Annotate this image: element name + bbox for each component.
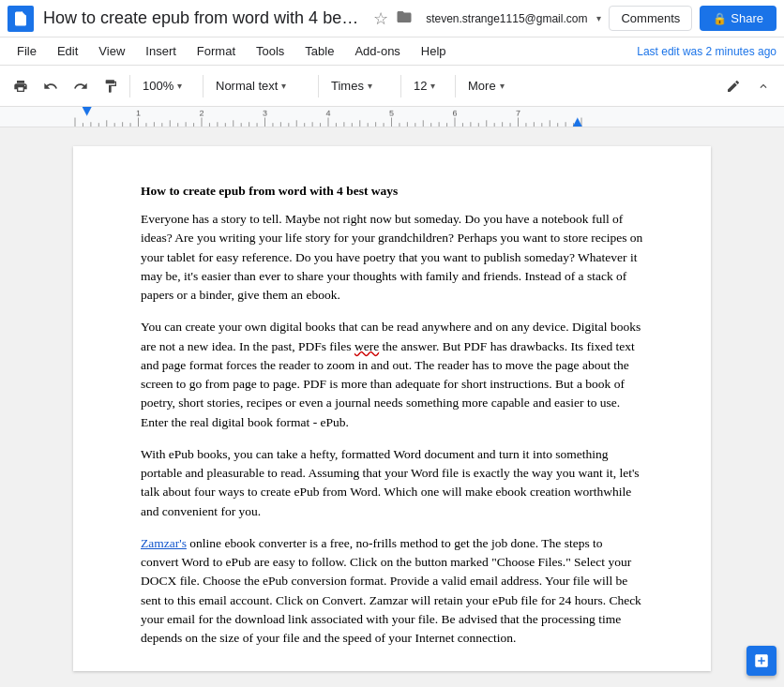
fab-button[interactable] xyxy=(746,646,776,676)
zoom-value: 100% xyxy=(143,79,173,93)
menu-edit[interactable]: Edit xyxy=(48,40,87,62)
font-dropdown-arrow: ▾ xyxy=(368,81,372,91)
page: How to create epub from word with 4 best… xyxy=(73,146,711,671)
menu-bar: File Edit View Insert Format Tools Table… xyxy=(0,37,784,66)
divider-4 xyxy=(400,75,401,97)
font-size-dropdown[interactable]: 12 ▾ xyxy=(407,73,449,99)
zoom-dropdown[interactable]: 100% ▾ xyxy=(136,73,197,99)
app-icon xyxy=(8,6,34,32)
comments-button[interactable]: Comments xyxy=(609,6,692,31)
zamzar-link[interactable]: Zamzar's xyxy=(141,536,187,550)
pen-icon-button[interactable] xyxy=(720,73,746,99)
toolbar: 100% ▾ Normal text ▾ Times ▾ 12 ▾ More ▾ xyxy=(0,66,784,107)
squiggly-word: were xyxy=(354,339,379,353)
paragraph-4: Zamzar's online ebook converter is a fre… xyxy=(141,534,643,649)
style-value: Normal text xyxy=(216,79,278,93)
document-heading: How to create epub from word with 4 best… xyxy=(141,184,643,199)
style-dropdown[interactable]: Normal text ▾ xyxy=(209,73,312,99)
more-dropdown-arrow: ▾ xyxy=(500,81,505,91)
undo-button[interactable] xyxy=(38,73,64,99)
paragraph-2: You can create your own digital books th… xyxy=(141,318,643,432)
divider-2 xyxy=(203,75,204,97)
ruler xyxy=(0,107,784,127)
font-size-value: 12 xyxy=(414,79,427,93)
lock-icon: 🔒 xyxy=(713,12,727,25)
last-edit-info[interactable]: Last edit was 2 minutes ago xyxy=(637,45,776,58)
size-dropdown-arrow: ▾ xyxy=(430,81,435,91)
ruler-canvas xyxy=(0,107,784,127)
more-value: More xyxy=(468,79,496,93)
title-bar: How to create epub from word with 4 best… xyxy=(0,0,784,37)
menu-format[interactable]: Format xyxy=(188,40,245,62)
star-icon[interactable]: ☆ xyxy=(373,8,388,29)
dropdown-arrow-user[interactable]: ▾ xyxy=(596,13,601,23)
menu-table[interactable]: Table xyxy=(295,40,343,62)
document-area[interactable]: How to create epub from word with 4 best… xyxy=(0,127,784,687)
font-dropdown[interactable]: Times ▾ xyxy=(324,73,395,99)
redo-button[interactable] xyxy=(68,73,94,99)
more-dropdown[interactable]: More ▾ xyxy=(461,73,518,99)
menu-help[interactable]: Help xyxy=(412,40,456,62)
menu-view[interactable]: View xyxy=(89,40,134,62)
paragraph-1: Everyone has a story to tell. Maybe not … xyxy=(141,210,643,305)
menu-tools[interactable]: Tools xyxy=(247,40,294,62)
user-email: steven.strange1115@gmail.com xyxy=(426,12,587,25)
share-button[interactable]: 🔒 Share xyxy=(700,6,776,31)
menu-file[interactable]: File xyxy=(8,40,46,62)
divider-3 xyxy=(318,75,319,97)
folder-icon[interactable] xyxy=(396,8,413,29)
menu-addons[interactable]: Add-ons xyxy=(345,40,409,62)
toolbar-collapse-button[interactable] xyxy=(750,73,776,99)
doc-title: How to create epub from word with 4 best… xyxy=(43,8,366,28)
print-button[interactable] xyxy=(8,73,34,99)
menu-insert[interactable]: Insert xyxy=(136,40,186,62)
style-dropdown-arrow: ▾ xyxy=(281,81,286,91)
paint-format-button[interactable] xyxy=(98,73,124,99)
paragraph-3: With ePub books, you can take a hefty, f… xyxy=(141,445,643,521)
divider-1 xyxy=(129,75,130,97)
share-label: Share xyxy=(731,11,763,25)
zoom-dropdown-arrow: ▾ xyxy=(177,81,182,91)
divider-5 xyxy=(455,75,456,97)
title-actions: ☆ steven.strange1115@gmail.com ▾ Comment… xyxy=(373,6,776,31)
font-value: Times xyxy=(331,79,364,93)
